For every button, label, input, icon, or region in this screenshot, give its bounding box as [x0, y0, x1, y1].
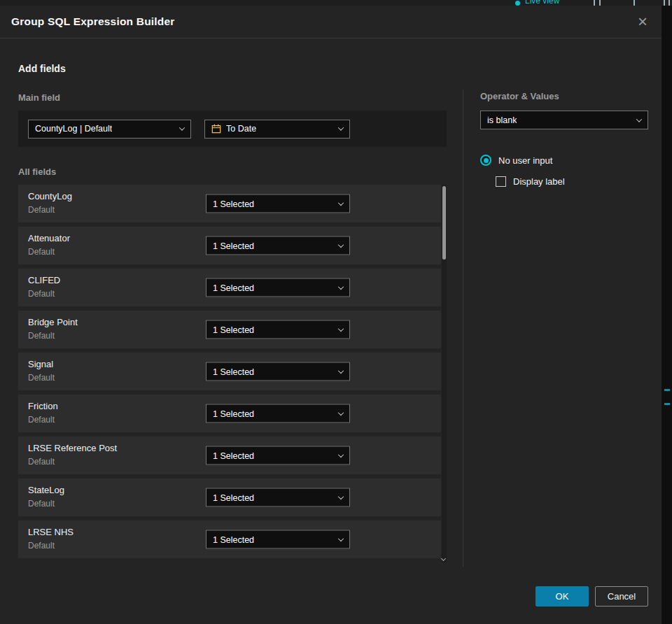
- radio-selected-icon: [480, 155, 491, 166]
- selected-value: 1 Selected: [213, 451, 254, 460]
- field-selected-dropdown[interactable]: 1 Selected: [206, 278, 350, 297]
- operator-select[interactable]: is blank: [480, 111, 648, 129]
- chevron-down-icon: [338, 493, 344, 499]
- checkbox-label: Display label: [513, 176, 565, 187]
- field-selected-dropdown[interactable]: 1 Selected: [206, 404, 350, 423]
- selected-value: 1 Selected: [213, 283, 254, 292]
- underlay-right-panel: [662, 6, 672, 624]
- live-view-dot-icon: [515, 1, 520, 6]
- radio-label: No user input: [498, 155, 552, 166]
- side-icon-fragment: [664, 403, 670, 405]
- date-field-select-value: To Date: [226, 124, 256, 134]
- column-divider: [463, 90, 463, 567]
- fields-list-scrollbar[interactable]: [442, 185, 447, 562]
- field-row-bridge-point: Bridge Point Default 1 Selected: [18, 311, 441, 348]
- field-row-countylog: CountyLog Default 1 Selected: [18, 185, 441, 222]
- display-label-checkbox[interactable]: Display label: [496, 176, 565, 187]
- field-selected-dropdown[interactable]: 1 Selected: [206, 320, 350, 339]
- operator-select-value: is blank: [487, 115, 517, 125]
- field-row-friction: Friction Default 1 Selected: [18, 395, 441, 432]
- chevron-down-icon: [338, 241, 344, 247]
- cancel-button[interactable]: Cancel: [595, 586, 648, 607]
- all-fields-label: All fields: [18, 166, 56, 177]
- field-row-attenuator: Attenuator Default 1 Selected: [18, 227, 441, 264]
- scrollbar-down-arrow-icon[interactable]: [441, 556, 446, 561]
- selected-value: 1 Selected: [213, 199, 254, 208]
- selected-value: 1 Selected: [213, 367, 254, 376]
- chevron-down-icon: [338, 325, 344, 331]
- no-user-input-radio[interactable]: No user input: [480, 155, 552, 166]
- main-field-select[interactable]: CountyLog | Default: [28, 120, 191, 139]
- selected-value: 1 Selected: [213, 534, 254, 544]
- underlay-top-bar: Live view: [0, 0, 672, 6]
- toolbar-icon-fragment: [599, 0, 601, 6]
- live-view-label: Live view: [525, 0, 559, 6]
- scrollbar-thumb[interactable]: [442, 186, 446, 260]
- all-fields-list: CountyLog Default 1 Selected Attenuator …: [18, 185, 447, 562]
- chevron-down-icon: [338, 367, 344, 373]
- date-field-select[interactable]: To Date: [204, 120, 350, 139]
- field-selected-dropdown[interactable]: 1 Selected: [206, 362, 350, 381]
- selected-value: 1 Selected: [213, 241, 254, 250]
- chevron-down-icon: [338, 409, 344, 415]
- toolbar-icon-fragment: [668, 0, 670, 6]
- toolbar-icon-fragment: [664, 0, 665, 6]
- chevron-down-icon: [338, 125, 344, 130]
- chevron-down-icon: [179, 125, 185, 130]
- chevron-down-icon: [338, 199, 344, 205]
- main-field-label: Main field: [18, 92, 60, 103]
- selected-value: 1 Selected: [213, 325, 254, 334]
- field-selected-dropdown[interactable]: 1 Selected: [206, 236, 350, 255]
- field-selected-dropdown[interactable]: 1 Selected: [206, 446, 350, 465]
- selected-value: 1 Selected: [213, 492, 254, 502]
- field-selected-dropdown[interactable]: 1 Selected: [206, 194, 350, 213]
- close-icon[interactable]: ×: [635, 13, 650, 30]
- group-sql-expression-builder-dialog: Group SQL Expression Builder × Add field…: [0, 6, 662, 624]
- field-row-clifed: CLIFED Default 1 Selected: [18, 269, 441, 306]
- dialog-title: Group SQL Expression Builder: [11, 15, 175, 28]
- operator-values-label: Operator & Values: [480, 91, 559, 101]
- main-field-panel: CountyLog | Default To Date: [18, 111, 447, 147]
- add-fields-heading: Add fields: [18, 63, 66, 74]
- field-row-lrse-reference-post: LRSE Reference Post Default 1 Selected: [18, 437, 441, 474]
- side-icon-fragment: [664, 389, 670, 391]
- checkbox-unchecked-icon: [496, 176, 506, 187]
- toolbar-icon-fragment: [594, 0, 595, 6]
- main-field-select-value: CountyLog | Default: [35, 124, 112, 134]
- field-row-statelog: StateLog Default 1 Selected: [18, 478, 441, 516]
- calendar-icon: [211, 124, 221, 134]
- field-selected-dropdown[interactable]: 1 Selected: [206, 488, 350, 507]
- chevron-down-icon: [338, 535, 344, 541]
- chevron-down-icon: [636, 116, 642, 122]
- selected-value: 1 Selected: [213, 409, 254, 418]
- chevron-down-icon: [338, 451, 344, 457]
- dialog-header: Group SQL Expression Builder ×: [0, 6, 662, 38]
- toolbar-icon-fragment: [634, 0, 635, 6]
- field-row-lrse-nhs: LRSE NHS Default 1 Selected: [18, 520, 441, 558]
- field-selected-dropdown[interactable]: 1 Selected: [206, 530, 350, 549]
- field-row-signal: Signal Default 1 Selected: [18, 353, 441, 390]
- chevron-down-icon: [338, 283, 344, 289]
- ok-button[interactable]: OK: [536, 586, 589, 607]
